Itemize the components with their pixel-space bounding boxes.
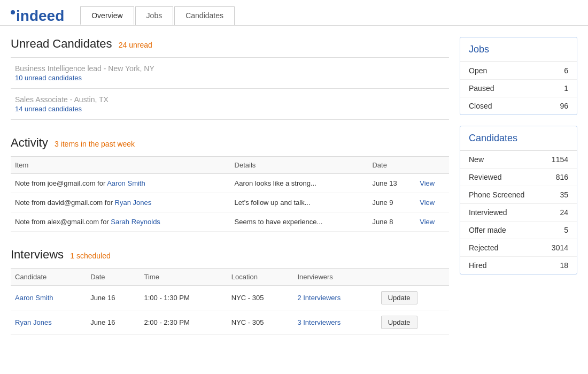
activity-col-date: Date <box>368 157 415 174</box>
int-location-1: NYC - 305 <box>227 310 293 335</box>
int-update-0[interactable]: Update <box>377 286 449 310</box>
left-column: Unread Candidates 24 unread Business Int… <box>11 37 449 346</box>
activity-date-0: June 13 <box>368 174 415 193</box>
activity-details-1: Let's follow up and talk... <box>230 193 368 212</box>
activity-col-details: Details <box>230 157 368 174</box>
int-update-1[interactable]: Update <box>377 310 449 335</box>
candidates-panel-row: Rejected3014 <box>460 239 577 257</box>
nav-tabs: Overview Jobs Candidates <box>80 6 236 25</box>
activity-row: Note from david@gmail.com for Ryan Jones… <box>11 193 449 212</box>
cand-value-6: 18 <box>560 261 568 270</box>
activity-candidate-link-0[interactable]: Aaron Smith <box>107 179 145 187</box>
cand-value-1: 816 <box>556 173 568 181</box>
jobs-label-1: Paused <box>469 84 494 93</box>
jobs-label-2: Closed <box>469 102 492 110</box>
jobs-label-0: Open <box>469 66 487 75</box>
int-interviewers-0: 2 Interviewers <box>293 286 376 310</box>
jobs-panel-title: Jobs <box>460 37 577 62</box>
jobs-panel-row: Closed96 <box>460 97 577 115</box>
unread-section: Unread Candidates 24 unread Business Int… <box>11 37 449 120</box>
tab-overview[interactable]: Overview <box>80 6 134 25</box>
candidates-panel-row: Reviewed816 <box>460 169 577 186</box>
int-location-0: NYC - 305 <box>227 286 293 310</box>
jobs-value-0: 6 <box>564 66 568 75</box>
interviews-title: Interviews 1 scheduled <box>11 248 449 262</box>
cand-label-3: Interviewed <box>469 208 507 217</box>
candidates-panel-row: Hired18 <box>460 257 577 274</box>
cand-value-3: 24 <box>560 208 568 217</box>
candidates-panel-row: Offer made5 <box>460 222 577 239</box>
int-col-candidate: Candidate <box>11 269 86 286</box>
unread-badge: 24 unread <box>119 41 152 49</box>
activity-candidate-link-1[interactable]: Ryan Jones <box>115 199 152 207</box>
int-col-date: Date <box>86 269 140 286</box>
candidates-panel-row: Phone Screened35 <box>460 186 577 204</box>
cand-label-2: Phone Screened <box>469 190 524 199</box>
unread-item: Business Intelligence lead - New York, N… <box>11 57 449 88</box>
unread-job-1: Business Intelligence lead - New York, N… <box>15 64 445 73</box>
activity-date-1: June 9 <box>368 193 415 212</box>
jobs-value-2: 96 <box>560 102 568 110</box>
int-candidate-0: Aaron Smith <box>11 286 86 310</box>
int-candidate-1: Ryan Jones <box>11 310 86 335</box>
activity-col-action <box>415 157 449 174</box>
activity-badge: 3 items in the past week <box>55 140 135 148</box>
int-col-location: Location <box>227 269 293 286</box>
activity-row: Note from alex@gmail.com for Sarah Reyno… <box>11 212 449 232</box>
activity-view-1[interactable]: View <box>415 193 449 212</box>
logo-dot <box>11 10 15 14</box>
cand-value-4: 5 <box>564 226 568 234</box>
activity-table: Item Details Date Note from joe@gmail.co… <box>11 156 449 232</box>
activity-item-1: Note from david@gmail.com for Ryan Jones <box>11 193 230 212</box>
activity-date-2: June 8 <box>368 212 415 232</box>
interviews-badge: 1 scheduled <box>70 251 111 260</box>
logo-text: indeed <box>16 7 64 25</box>
activity-view-2[interactable]: View <box>415 212 449 232</box>
jobs-value-1: 1 <box>564 84 568 93</box>
tab-jobs[interactable]: Jobs <box>135 6 174 25</box>
cand-label-0: New <box>469 155 484 164</box>
interview-row: Aaron Smith June 16 1:00 - 1:30 PM NYC -… <box>11 286 449 310</box>
activity-candidate-link-2[interactable]: Sarah Reynolds <box>111 218 160 226</box>
unread-link-1[interactable]: 10 unread candidates <box>15 74 445 82</box>
cand-value-5: 3014 <box>552 243 568 252</box>
top-bar: indeed Overview Jobs Candidates <box>0 0 588 26</box>
activity-section: Activity 3 items in the past week Item D… <box>11 136 449 232</box>
logo: indeed <box>11 7 64 25</box>
candidates-panel-row: New1154 <box>460 151 577 169</box>
cand-label-1: Reviewed <box>469 173 501 181</box>
unread-link-2[interactable]: 14 unread candidates <box>15 105 445 113</box>
activity-view-0[interactable]: View <box>415 174 449 193</box>
activity-row: Note from joe@gmail.com for Aaron Smith … <box>11 174 449 193</box>
int-date-0: June 16 <box>86 286 140 310</box>
unread-title: Unread Candidates 24 unread <box>11 37 449 51</box>
int-col-interviewers: Inerviewers <box>293 269 376 286</box>
int-time-1: 2:00 - 2:30 PM <box>140 310 227 335</box>
int-interviewers-1: 3 Interviewers <box>293 310 376 335</box>
cand-label-5: Rejected <box>469 243 498 252</box>
int-col-action <box>377 269 449 286</box>
activity-item-2: Note from alex@gmail.com for Sarah Reyno… <box>11 212 230 232</box>
int-date-1: June 16 <box>86 310 140 335</box>
unread-job-2: Sales Associate - Austin, TX <box>15 95 445 104</box>
activity-title: Activity 3 items in the past week <box>11 136 449 150</box>
right-column: Jobs Open6Paused1Closed96 Candidates New… <box>460 37 577 346</box>
candidates-panel: Candidates New1154Reviewed816Phone Scree… <box>460 126 577 274</box>
interview-row: Ryan Jones June 16 2:00 - 2:30 PM NYC - … <box>11 310 449 335</box>
interviews-table: Candidate Date Time Location Inerviewers… <box>11 268 449 335</box>
cand-label-6: Hired <box>469 261 486 270</box>
activity-item-0: Note from joe@gmail.com for Aaron Smith <box>11 174 230 193</box>
cand-label-4: Offer made <box>469 226 506 234</box>
jobs-panel: Jobs Open6Paused1Closed96 <box>460 37 577 115</box>
jobs-panel-row: Open6 <box>460 62 577 80</box>
activity-details-0: Aaron looks like a strong... <box>230 174 368 193</box>
activity-col-item: Item <box>11 157 230 174</box>
tab-candidates[interactable]: Candidates <box>174 6 235 25</box>
activity-details-2: Seems to have experience... <box>230 212 368 232</box>
interviews-section: Interviews 1 scheduled Candidate Date Ti… <box>11 248 449 335</box>
candidates-panel-title: Candidates <box>460 126 577 151</box>
main-layout: Unread Candidates 24 unread Business Int… <box>0 26 588 356</box>
unread-item: Sales Associate - Austin, TX 14 unread c… <box>11 88 449 120</box>
cand-value-2: 35 <box>560 190 568 199</box>
jobs-panel-row: Paused1 <box>460 80 577 97</box>
